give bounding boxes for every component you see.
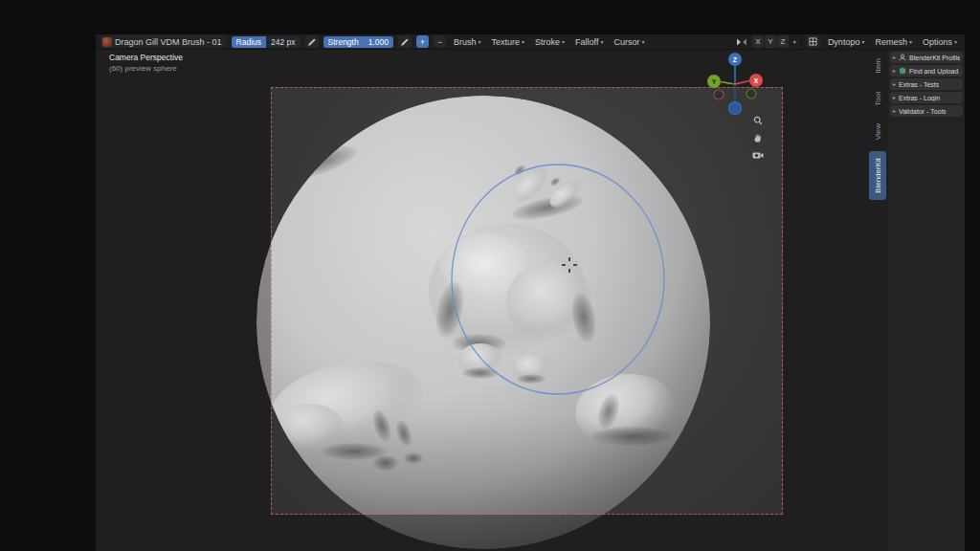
- sculpt-mode-header: Dragon Gill VDM Brush - 01 Radius 242 px…: [96, 34, 965, 50]
- menu-stroke[interactable]: Stroke ▾: [532, 35, 568, 48]
- chevron-down-icon: ▾: [600, 39, 603, 45]
- panel-label: Find and Upload Assets: [909, 68, 960, 75]
- chevron-down-icon[interactable]: ▾: [793, 39, 796, 45]
- axis-z-label: Z: [733, 56, 738, 63]
- direction-add-button[interactable]: +: [416, 35, 429, 48]
- expand-arrow-icon: ▸: [893, 95, 896, 100]
- menu-falloff-label: Falloff: [575, 37, 598, 47]
- menu-stroke-label: Stroke: [535, 37, 560, 47]
- expand-arrow-icon: ▸: [893, 68, 896, 74]
- axis-x-negative-ball[interactable]: [714, 90, 724, 99]
- remesh-grid-toggle[interactable]: [807, 35, 820, 48]
- menu-dyntopo-label: Dyntopo: [828, 37, 860, 47]
- stylus-pressure-icon: [400, 37, 410, 47]
- grid-icon: [809, 37, 817, 46]
- menu-dyntopo[interactable]: Dyntopo ▾: [825, 35, 868, 48]
- orientation-gizmo[interactable]: Z Y X: [704, 50, 766, 117]
- strength-value: 1.000: [364, 36, 393, 48]
- app-frame: Dragon Gill VDM Brush - 01 Radius 242 px…: [0, 0, 980, 551]
- radius-label: Radius: [232, 36, 266, 48]
- menu-options-label: Options: [923, 37, 952, 47]
- symmetry-mirror-icon: [736, 37, 747, 47]
- strength-pressure-toggle[interactable]: [398, 35, 412, 48]
- chevron-down-icon: ▾: [478, 39, 480, 45]
- strength-slider[interactable]: Strength 1.000: [323, 36, 393, 48]
- panel-label: Validator - Tools: [899, 108, 947, 115]
- menu-brush[interactable]: Brush ▾: [451, 35, 484, 48]
- axis-y-negative-ball[interactable]: [746, 89, 756, 99]
- expand-arrow-icon: ▸: [893, 55, 896, 60]
- chevron-down-icon: ▾: [909, 39, 912, 45]
- axis-z-negative-ball[interactable]: [729, 102, 742, 115]
- brush-name: Dragon Gill VDM Brush - 01: [115, 37, 222, 47]
- tab-blenderkit[interactable]: BlenderKit: [869, 151, 886, 200]
- panel-label: Extras - Login: [899, 95, 940, 101]
- profile-icon: [899, 54, 906, 61]
- toolbar-divider: [801, 36, 802, 47]
- chevron-down-icon: ▾: [562, 39, 565, 45]
- axis-y-label: Y: [712, 78, 717, 85]
- menu-falloff[interactable]: Falloff ▾: [572, 35, 606, 48]
- menu-options[interactable]: Options ▾: [920, 35, 960, 48]
- radius-pressure-toggle[interactable]: [305, 35, 319, 48]
- view-name-label: Camera Perspective: [109, 53, 183, 63]
- menu-cursor[interactable]: Cursor ▾: [611, 35, 647, 48]
- blenderkit-logo-icon: [899, 67, 906, 75]
- stylus-pressure-icon: [307, 37, 317, 47]
- zoom-button[interactable]: [752, 115, 764, 125]
- sidebar-tab-strip: Item Tool View BlenderKit: [869, 52, 888, 200]
- menu-cursor-label: Cursor: [613, 37, 639, 47]
- panel-label: BlenderKit Profile: [909, 55, 960, 61]
- menu-brush-label: Brush: [454, 37, 477, 47]
- panel-validator-tools[interactable]: ▸ Validator - Tools: [890, 105, 963, 117]
- panel-blenderkit-profile[interactable]: ▸ BlenderKit Profile: [890, 52, 963, 63]
- magnifier-icon: [753, 116, 763, 125]
- tab-tool[interactable]: Tool: [869, 85, 886, 113]
- panel-extras-tests[interactable]: ▸ Extras - Tests: [890, 78, 963, 90]
- blender-window: Dragon Gill VDM Brush - 01 Radius 242 px…: [96, 34, 965, 551]
- strength-label: Strength: [323, 36, 364, 48]
- menu-remesh-label: Remesh: [875, 37, 907, 47]
- chevron-down-icon: ▾: [954, 39, 957, 45]
- viewport-nav-icons: [752, 115, 764, 160]
- pan-button[interactable]: [752, 132, 764, 143]
- camera-icon: [752, 150, 764, 160]
- mirror-z-toggle[interactable]: Z: [777, 35, 789, 48]
- mirror-y-toggle[interactable]: Y: [765, 35, 776, 48]
- mirror-axis-group: X Y Z: [752, 35, 789, 48]
- direction-subtract-button[interactable]: −: [434, 35, 446, 48]
- camera-view-button[interactable]: [752, 149, 764, 160]
- chevron-down-icon: ▾: [641, 39, 644, 45]
- brush-selector[interactable]: Dragon Gill VDM Brush - 01: [100, 35, 227, 48]
- camera-bounds[interactable]: [271, 87, 783, 515]
- brush-thumbnail-icon[interactable]: [102, 37, 112, 47]
- tab-item[interactable]: Item: [869, 52, 886, 80]
- sidebar-panel: ▸ BlenderKit Profile ▸ Find and Upload A…: [888, 50, 965, 551]
- chevron-down-icon: ▾: [861, 39, 864, 45]
- axis-x-label: X: [754, 77, 759, 84]
- hand-icon: [753, 133, 763, 143]
- expand-arrow-icon: ▸: [893, 108, 896, 114]
- mirror-x-toggle[interactable]: X: [752, 35, 764, 48]
- expand-arrow-icon: ▸: [893, 81, 896, 87]
- viewport-overlay-text: Camera Perspective (60) preview sphere: [109, 53, 183, 74]
- radius-slider[interactable]: Radius 242 px: [232, 36, 301, 48]
- panel-find-upload-assets[interactable]: ▸ Find and Upload Assets: [890, 65, 963, 77]
- panel-label: Extras - Tests: [899, 81, 939, 88]
- tab-view[interactable]: View: [869, 117, 886, 146]
- active-object-label: (60) preview sphere: [109, 63, 183, 74]
- panel-extras-login[interactable]: ▸ Extras - Login: [890, 92, 963, 103]
- chevron-down-icon: ▾: [522, 39, 524, 45]
- radius-value: 242 px: [266, 36, 301, 48]
- menu-texture[interactable]: Texture ▾: [489, 35, 528, 48]
- menu-remesh[interactable]: Remesh ▾: [872, 35, 915, 48]
- viewport-canvas[interactable]: Camera Perspective (60) preview sphere Z…: [96, 50, 965, 551]
- menu-texture-label: Texture: [492, 37, 521, 47]
